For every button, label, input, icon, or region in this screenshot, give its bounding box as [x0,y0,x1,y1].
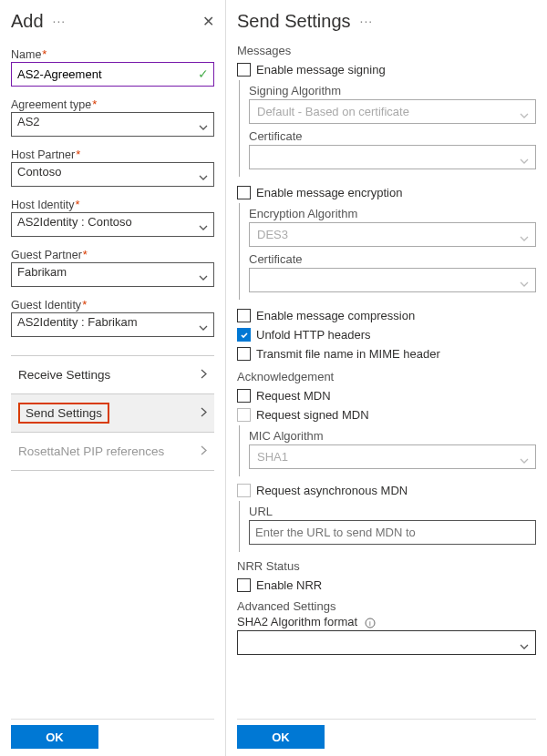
signing-certificate-select[interactable] [249,145,536,169]
guest-partner-label: Guest Partner [11,249,82,261]
enable-encryption-checkbox[interactable] [237,186,251,199]
guest-identity-select[interactable]: AS2Identity : Fabrikam [11,312,214,337]
sha2-format-select[interactable] [237,630,536,655]
encryption-algo-label: Encryption Algorithm [249,207,536,220]
messages-section-label: Messages [237,44,536,57]
add-title: Add [11,11,44,32]
enable-signing-label: Enable message signing [256,63,386,77]
request-mdn-checkbox[interactable] [237,389,251,403]
enable-encryption-label: Enable message encryption [256,186,402,199]
request-async-mdn-label: Request asynchronous MDN [256,484,408,497]
guest-identity-label: Guest Identity [11,299,81,312]
chevron-right-icon [201,444,207,458]
unfold-headers-checkbox[interactable] [237,328,251,342]
chevron-down-icon [520,153,529,169]
ok-button[interactable]: OK [237,725,325,749]
mic-algo-select[interactable]: SHA1 [249,444,536,469]
signing-algo-select[interactable]: Default - Based on certificate [249,99,536,124]
send-settings-title: Send Settings [237,11,351,32]
request-async-mdn-checkbox[interactable] [237,484,251,497]
nav-receive-settings[interactable]: Receive Settings [11,356,214,394]
enable-signing-checkbox[interactable] [237,63,251,77]
agreement-type-select[interactable]: AS2 [11,112,214,137]
add-header: Add ··· ✕ [11,5,214,36]
mdn-url-input[interactable] [249,520,536,545]
more-icon[interactable]: ··· [53,14,67,28]
host-partner-select[interactable]: Contoso [11,162,214,187]
encryption-certificate-select[interactable] [249,268,536,292]
enable-compression-label: Enable message compression [256,309,415,322]
agreement-type-label: Agreement type [11,98,91,111]
chevron-down-icon [520,230,529,247]
chevron-right-icon [201,368,207,382]
advanced-section-label: Advanced Settings [237,599,536,613]
request-signed-mdn-checkbox[interactable] [237,408,251,422]
check-icon: ✓ [198,66,209,81]
send-settings-pane: Send Settings ··· Messages Enable messag… [226,0,547,756]
host-identity-label: Host Identity [11,199,74,211]
info-icon[interactable]: i [365,618,376,628]
mic-algo-label: MIC Algorithm [249,429,536,443]
settings-nav: Receive Settings Send Settings RosettaNe… [11,355,214,471]
guest-partner-select[interactable]: Fabrikam [11,262,214,287]
enable-nrr-label: Enable NRR [256,578,322,592]
close-icon[interactable]: ✕ [202,13,214,30]
encryption-algo-select[interactable]: DES3 [249,222,536,247]
transmit-filename-label: Transmit file name in MIME header [256,347,440,361]
chevron-down-icon [520,107,529,124]
add-pane: Add ··· ✕ Name* ✓ Agreement type* AS2 Ho… [0,0,226,756]
chevron-down-icon [520,276,529,292]
request-mdn-label: Request MDN [256,389,331,403]
signing-algo-label: Signing Algorithm [249,84,536,97]
nav-rosettanet[interactable]: RosettaNet PIP references [11,433,214,471]
nrr-section-label: NRR Status [237,559,536,573]
sha2-label: SHA2 Algorithm format [237,615,357,628]
certificate-label: Certificate [249,129,536,143]
chevron-down-icon [520,639,529,655]
send-settings-header: Send Settings ··· [237,5,536,36]
transmit-filename-checkbox[interactable] [237,347,251,361]
ack-section-label: Acknowledgement [237,370,536,383]
ok-button[interactable]: OK [11,725,98,749]
chevron-down-icon [520,453,529,469]
nav-send-settings[interactable]: Send Settings [11,394,214,433]
chevron-right-icon [201,406,207,420]
more-icon[interactable]: ··· [360,14,374,28]
name-input[interactable] [11,62,214,87]
name-label: Name [11,48,41,61]
enable-nrr-checkbox[interactable] [237,578,251,592]
required-star: * [42,47,46,61]
url-label: URL [249,505,536,518]
enable-compression-checkbox[interactable] [237,309,251,322]
svg-text:i: i [369,619,371,628]
unfold-headers-label: Unfold HTTP headers [256,328,371,342]
host-partner-label: Host Partner [11,148,75,161]
host-identity-select[interactable]: AS2Identity : Contoso [11,212,214,237]
request-signed-mdn-label: Request signed MDN [256,408,369,422]
encryption-certificate-label: Certificate [249,252,536,266]
